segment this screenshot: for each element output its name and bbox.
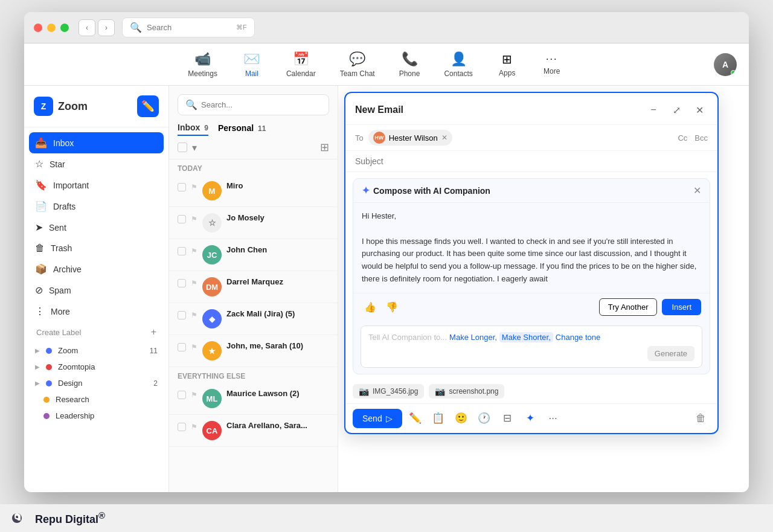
sidebar-item-spam[interactable]: ⊘ Spam [29,280,164,301]
remove-recipient-button[interactable]: ✕ [441,133,447,142]
nav-team-chat[interactable]: 💬 Team Chat [329,46,386,83]
flag-miro[interactable]: ⚑ [191,183,197,191]
nav-more[interactable]: ··· More [531,49,573,80]
close-button[interactable] [34,24,42,32]
email-checkbox-john-chen[interactable] [178,247,186,255]
maximize-button[interactable] [60,24,69,32]
attachment-img-icon: 📷 [359,386,369,396]
nav-apps[interactable]: ⊞ Apps [486,47,528,82]
sidebar-item-drafts[interactable]: 📄 Drafts [29,196,164,217]
template-button[interactable]: ⊟ [498,409,517,428]
ai-close-button[interactable]: ✕ [693,185,701,196]
sidebar-item-star[interactable]: ☆ Star [29,153,164,175]
ai-toolbar-button[interactable]: ✦ [521,409,540,428]
email-content-jo: Jo Mosely [226,213,329,222]
email-checkbox-jo[interactable] [178,215,186,223]
attach-file-button[interactable]: 📋 [429,409,448,428]
subject-input[interactable] [355,156,708,166]
flag-jo[interactable]: ⚑ [191,215,197,223]
email-row-jo[interactable]: ⚑ ☆ Jo Mosely [169,207,338,239]
sidebar-item-inbox[interactable]: 📥 Inbox [29,132,164,153]
flag-zack[interactable]: ⚑ [191,311,197,319]
sidebar-item-archive[interactable]: 📦 Archive [29,258,164,280]
user-avatar[interactable]: A [714,53,737,76]
minimize-compose-button[interactable]: − [645,101,662,118]
email-row-john-chen[interactable]: ⚑ JC John Chen [169,239,338,271]
compose-button[interactable]: ✏️ [137,95,159,117]
email-checkbox-maurice[interactable] [178,391,186,399]
nav-contacts[interactable]: 👤 Contacts [433,46,483,83]
email-checkbox-john-sarah[interactable] [178,343,186,351]
send-button[interactable]: Send ▷ [353,409,402,428]
email-checkbox-clara[interactable] [178,423,186,431]
sidebar-item-more[interactable]: ⋮ More [29,301,164,322]
compose-subject-field[interactable] [345,151,717,172]
schedule-button[interactable]: 🕐 [475,409,494,428]
nav-meetings[interactable]: 📹 Meetings [177,46,228,83]
tab-inbox[interactable]: Inbox 9 [178,123,208,136]
email-checkbox-zack[interactable] [178,311,186,319]
flag-john-chen[interactable]: ⚑ [191,247,197,255]
close-compose-button[interactable]: ✕ [691,101,708,118]
delete-draft-button[interactable]: 🗑 [691,409,710,428]
label-leadership[interactable]: Leadership [29,408,164,424]
label-zoomtopia[interactable]: ▶ Zoomtopia [29,359,164,375]
sidebar-item-trash[interactable]: 🗑 Trash [29,238,164,258]
emoji-button[interactable]: 🙂 [452,409,471,428]
nav-mail[interactable]: ✉️ Mail [231,46,273,83]
back-button[interactable]: ‹ [79,19,95,36]
forward-button[interactable]: › [98,19,115,36]
flag-clara[interactable]: ⚑ [191,423,197,431]
search-input[interactable] [147,23,231,32]
expand-compose-button[interactable]: ⤢ [668,101,685,118]
email-checkbox-darrel[interactable] [178,279,186,287]
attachment-png[interactable]: 📷 screenshot.png [429,384,504,399]
email-row-john-sarah[interactable]: ⚑ ★ John, me, Sarah (10) [169,335,338,367]
label-design[interactable]: ▶ Design 2 [29,375,164,391]
nav-calendar[interactable]: 📅 Calendar [275,46,327,83]
attachment-img[interactable]: 📷 IMG_3456.jpg [353,384,424,399]
more-options-button[interactable]: ··· [544,409,563,428]
insert-button[interactable]: Insert [662,299,701,315]
ai-suggestion-shorter[interactable]: Make Shorter, [499,332,553,342]
email-row-maurice[interactable]: ⚑ ML Maurice Lawson (2) [169,383,338,415]
flag-john-sarah[interactable]: ⚑ [191,343,197,351]
global-search[interactable]: 🔍 ⌘F [122,18,255,37]
create-label-button[interactable]: Create Label + [29,322,164,342]
email-row-zack[interactable]: ⚑ ◆ Zack Mali (Jira) (5) [169,303,338,335]
email-checkbox-miro[interactable] [178,183,186,191]
flag-darrel[interactable]: ⚑ [191,279,197,287]
bcc-button[interactable]: Bcc [694,133,708,143]
label-zoom[interactable]: ▶ Zoom 11 [29,342,164,359]
select-all-checkbox[interactable] [178,143,187,152]
format-text-button[interactable]: ✏️ [406,409,425,428]
compose-to-field: To HW Hester Wilson ✕ Cc Bcc [345,125,717,151]
label-research[interactable]: Research [29,391,164,408]
email-row-darrel[interactable]: ⚑ DM Darrel Marquez [169,271,338,303]
tab-personal[interactable]: Personal 11 [218,123,266,135]
email-row-miro[interactable]: ⚑ M Miro [169,175,338,207]
send-label: Send [362,414,382,423]
thumbs-down-button[interactable]: 👎 [383,299,400,315]
ai-suggestion-longer[interactable]: Make Longer, [449,333,497,342]
email-search-input[interactable] [201,100,321,109]
ai-suggestion-tone[interactable]: Change tone [556,333,600,342]
email-content-maurice: Maurice Lawson (2) [226,389,329,398]
email-content-darrel: Darrel Marquez [226,277,329,286]
minimize-button[interactable] [47,24,56,32]
ai-input-box[interactable]: Tell AI Companion to... Make Longer, Mak… [361,325,702,368]
checkbox-dropdown-icon[interactable]: ▾ [192,142,197,153]
email-row-clara[interactable]: ⚑ CA Clara Arellano, Sara... [169,415,338,447]
sidebar-item-sent[interactable]: ➤ Sent [29,217,164,238]
thumbs-up-button[interactable]: 👍 [362,299,379,315]
cc-button[interactable]: Cc [678,133,687,143]
filter-button[interactable]: ⊞ [320,141,329,154]
label-dot-leadership [43,413,50,419]
recipient-name: Hester Wilson [389,133,438,143]
generate-button[interactable]: Generate [647,346,694,361]
nav-phone[interactable]: 📞 Phone [388,46,431,83]
email-search[interactable]: 🔍 [178,94,329,115]
flag-maurice[interactable]: ⚑ [191,391,197,399]
try-another-button[interactable]: Try Another [599,298,658,316]
sidebar-item-important[interactable]: 🔖 Important [29,175,164,196]
